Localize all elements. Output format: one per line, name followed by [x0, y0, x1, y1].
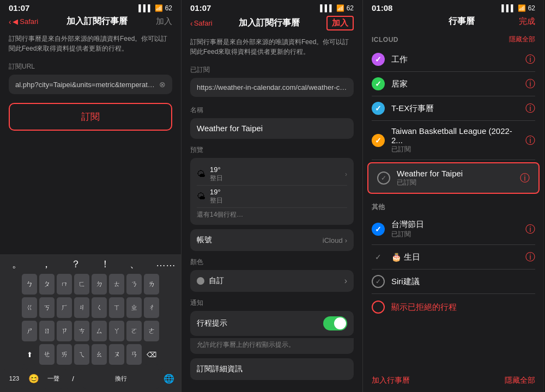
- account-row[interactable]: 帳號 iCloud ›: [190, 229, 354, 251]
- icloud-hide-all[interactable]: 隱藏全部: [509, 35, 535, 44]
- kb-key-ai[interactable]: ㄞ: [57, 344, 72, 365]
- cal-item-work[interactable]: ✓ 工作 ⓘ: [363, 47, 544, 71]
- cal-name-tw-holiday: 台灣節日: [391, 219, 519, 230]
- kb-key-ao[interactable]: ㄠ: [92, 344, 107, 365]
- kb-key-t[interactable]: ㄊ: [109, 274, 124, 295]
- preview-more: 還有14個行程…: [197, 210, 347, 219]
- kb-key-sound[interactable]: 一聲: [44, 368, 63, 389]
- kb-key-h[interactable]: ㄏ: [57, 297, 72, 318]
- kb-key-c[interactable]: ㄘ: [74, 321, 89, 341]
- info-icon-birthday[interactable]: ⓘ: [525, 250, 535, 264]
- status-bar-3: 01:08 ▌▌▌ 📶 62: [363, 0, 544, 14]
- cal-circle-home: ✓: [372, 77, 385, 90]
- cal-item-birthday[interactable]: ✓ 🎂 生日 ⓘ: [363, 245, 544, 269]
- cal-info-home: 居家: [391, 79, 519, 89]
- name-label: 名稱: [190, 106, 354, 115]
- kb-key-ei[interactable]: ㄟ: [74, 344, 89, 365]
- battery-3: 62: [528, 4, 535, 12]
- kb-key-ou[interactable]: ㄡ: [109, 344, 124, 365]
- hide-all-btn[interactable]: 隱藏全部: [505, 376, 535, 385]
- kb-key-p[interactable]: ㄆ: [39, 274, 55, 295]
- kb-key-n[interactable]: ㄋ: [126, 274, 142, 295]
- kb-key-question[interactable]: ？: [68, 258, 84, 271]
- kb-key-an[interactable]: ㄢ: [126, 344, 142, 365]
- signal-icon-3: ▌▌▌: [501, 4, 516, 12]
- kb-key-e2[interactable]: ㄝ: [39, 344, 55, 365]
- back-button-2[interactable]: ‹ Safari: [190, 19, 213, 28]
- cal-item-tex[interactable]: ✓ T-EX行事曆 ⓘ: [363, 96, 544, 120]
- kb-key-globe[interactable]: 🌐: [161, 368, 177, 389]
- url-input-1[interactable]: al.php?city=Taipei&units=metric&temperat…: [9, 75, 172, 94]
- kb-key-comma[interactable]: ，: [38, 258, 55, 271]
- kb-key-s[interactable]: ㄙ: [92, 321, 107, 341]
- keyboard-1[interactable]: 。 ， ？ ！ 、 …… ㄅ ㄆ ㄇ ㄈ ㄉ ㄊ ㄋ ㄌ ㄍ ㄎ ㄏ ㄐ: [0, 254, 181, 392]
- kb-key-x[interactable]: ㄒ: [109, 297, 124, 318]
- cal-item-tbl[interactable]: ✓ Taiwan Basketball League (2022-2... 已訂…: [363, 121, 544, 160]
- nav-bar-2: ‹ Safari 加入訂閱行事曆 加入: [181, 14, 362, 35]
- kb-key-delete[interactable]: ⌫: [144, 344, 159, 365]
- status-bar-2: 01:07 ▌▌▌ 📶 62: [181, 0, 362, 14]
- kb-key-emoji[interactable]: 😊: [26, 368, 41, 389]
- color-row[interactable]: 自訂 ›: [190, 270, 354, 292]
- name-input-box[interactable]: Weather for Taipei: [190, 118, 354, 139]
- notify-row[interactable]: 行程提示: [190, 311, 354, 336]
- kb-key-zh[interactable]: ㄓ: [126, 297, 142, 318]
- kb-key-g[interactable]: ㄍ: [22, 297, 37, 318]
- cal-sub-weather: 已訂閱: [397, 178, 513, 187]
- kb-key-enum[interactable]: 、: [126, 258, 143, 271]
- back-button-1[interactable]: ‹ ◀ Safari: [9, 17, 38, 26]
- kb-key-e[interactable]: ㄜ: [144, 321, 159, 341]
- kb-key-d[interactable]: ㄉ: [92, 274, 107, 295]
- info-icon-tex[interactable]: ⓘ: [525, 102, 535, 115]
- kb-key-ch[interactable]: ㄔ: [144, 297, 159, 318]
- kb-key-123[interactable]: 123: [4, 368, 24, 389]
- display-declined-row[interactable]: 顯示已拒絕的行程: [363, 294, 544, 320]
- time-3: 01:08: [372, 3, 392, 13]
- kb-key-q[interactable]: ㄑ: [92, 297, 107, 318]
- kb-key-exclaim[interactable]: ！: [97, 258, 113, 271]
- cal-info-siri: Siri建議: [391, 277, 535, 287]
- info-icon-tw-holiday[interactable]: ⓘ: [525, 223, 535, 236]
- kb-key-sh[interactable]: ㄕ: [22, 321, 37, 341]
- cal-item-tw-holiday[interactable]: ✓ 台灣節日 已訂閱 ⓘ: [363, 214, 544, 244]
- kb-key-slash[interactable]: /: [65, 368, 81, 389]
- add-calendar-btn[interactable]: 加入行事曆: [372, 376, 410, 385]
- kb-key-r[interactable]: ㄖ: [39, 321, 55, 341]
- time-1: 01:07: [9, 3, 29, 13]
- add-button-2[interactable]: 加入: [326, 16, 354, 30]
- kb-key-b[interactable]: ㄅ: [22, 274, 37, 295]
- kb-key-o[interactable]: ㄛ: [126, 321, 142, 341]
- kb-key-space[interactable]: 換行: [83, 368, 159, 389]
- kb-key-period[interactable]: 。: [9, 258, 25, 271]
- color-chevron: ›: [344, 276, 347, 286]
- cal-sub-tw-holiday: 已訂閱: [391, 230, 519, 239]
- detail-row[interactable]: 訂閱詳細資訊: [190, 358, 354, 380]
- notify-toggle[interactable]: [323, 316, 347, 330]
- cal-item-home[interactable]: ✓ 居家 ⓘ: [363, 72, 544, 96]
- kb-key-l[interactable]: ㄌ: [144, 274, 159, 295]
- info-icon-work[interactable]: ⓘ: [525, 53, 535, 66]
- clear-icon-1[interactable]: ⊗: [159, 80, 166, 89]
- cal-name-work: 工作: [391, 54, 519, 65]
- cal-info-weather: Weather for Taipei 已訂閱: [397, 169, 513, 187]
- account-value-right: iCloud ›: [323, 236, 347, 244]
- cal-item-siri[interactable]: ✓ Siri建議: [363, 270, 544, 293]
- subscribe-button-1[interactable]: 訂閱: [9, 103, 172, 131]
- kb-key-a[interactable]: ㄚ: [109, 321, 124, 341]
- kb-key-ellipsis[interactable]: ……: [156, 258, 172, 271]
- preview-icon-2: 🌤: [197, 192, 205, 201]
- done-button-3[interactable]: 完成: [519, 16, 535, 27]
- kb-key-m[interactable]: ㄇ: [57, 274, 72, 295]
- cal-info-work: 工作: [391, 54, 519, 65]
- kb-key-z[interactable]: ㄗ: [57, 321, 72, 341]
- info-icon-home[interactable]: ⓘ: [525, 77, 535, 90]
- kb-key-f[interactable]: ㄈ: [74, 274, 89, 295]
- kb-key-shift[interactable]: ⬆: [22, 344, 37, 365]
- info-icon-weather[interactable]: ⓘ: [520, 171, 530, 185]
- add-button-1[interactable]: 加入: [156, 16, 172, 27]
- info-icon-tbl[interactable]: ⓘ: [525, 134, 535, 147]
- kb-key-j[interactable]: ㄐ: [74, 297, 89, 318]
- status-icons-3: ▌▌▌ 📶 62: [501, 4, 535, 12]
- cal-item-weather[interactable]: ✓ Weather for Taipei 已訂閱 ⓘ: [368, 163, 538, 193]
- kb-key-k[interactable]: ㄎ: [39, 297, 55, 318]
